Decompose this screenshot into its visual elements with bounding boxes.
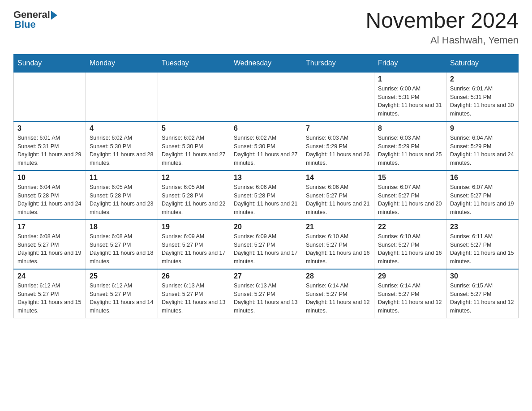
day-info: Sunrise: 6:12 AMSunset: 5:27 PMDaylight:… [90, 282, 154, 315]
day-number: 15 [378, 174, 442, 182]
logo-blue-text: Blue [14, 19, 36, 30]
day-info: Sunrise: 6:05 AMSunset: 5:28 PMDaylight:… [162, 183, 226, 217]
day-number: 5 [162, 124, 226, 133]
calendar-cell [86, 72, 158, 121]
day-info: Sunrise: 6:15 AMSunset: 5:27 PMDaylight:… [450, 282, 515, 315]
day-number: 13 [234, 174, 298, 182]
calendar-cell: 21Sunrise: 6:10 AMSunset: 5:27 PMDayligh… [302, 220, 374, 269]
calendar-cell: 5Sunrise: 6:02 AMSunset: 5:30 PMDaylight… [158, 121, 230, 171]
day-number: 3 [17, 124, 82, 133]
header-tuesday: Tuesday [158, 54, 230, 72]
calendar-cell: 9Sunrise: 6:04 AMSunset: 5:29 PMDaylight… [446, 121, 519, 171]
week-row-4: 17Sunrise: 6:08 AMSunset: 5:27 PMDayligh… [14, 220, 519, 269]
day-info: Sunrise: 6:01 AMSunset: 5:31 PMDaylight:… [450, 85, 515, 118]
day-number: 12 [162, 174, 226, 182]
day-info: Sunrise: 6:09 AMSunset: 5:27 PMDaylight:… [234, 232, 298, 266]
day-number: 1 [378, 75, 442, 83]
calendar-cell: 20Sunrise: 6:09 AMSunset: 5:27 PMDayligh… [230, 220, 302, 269]
day-number: 28 [306, 272, 370, 280]
day-number: 26 [162, 272, 226, 280]
header-saturday: Saturday [446, 54, 519, 72]
calendar-cell: 25Sunrise: 6:12 AMSunset: 5:27 PMDayligh… [86, 269, 158, 318]
calendar-cell: 17Sunrise: 6:08 AMSunset: 5:27 PMDayligh… [14, 220, 86, 269]
header-thursday: Thursday [302, 54, 374, 72]
day-info: Sunrise: 6:13 AMSunset: 5:27 PMDaylight:… [234, 282, 298, 315]
day-info: Sunrise: 6:14 AMSunset: 5:27 PMDaylight:… [378, 282, 442, 315]
day-number: 19 [162, 223, 226, 231]
day-info: Sunrise: 6:05 AMSunset: 5:28 PMDaylight:… [90, 183, 154, 217]
day-number: 21 [306, 223, 370, 231]
header-friday: Friday [374, 54, 446, 72]
week-row-3: 10Sunrise: 6:04 AMSunset: 5:28 PMDayligh… [14, 171, 519, 220]
calendar-title: November 2024 [365, 9, 519, 33]
calendar-subtitle: Al Hashwah, Yemen [365, 34, 519, 46]
day-number: 14 [306, 174, 370, 182]
day-info: Sunrise: 6:07 AMSunset: 5:27 PMDaylight:… [450, 183, 515, 217]
day-number: 11 [90, 174, 154, 182]
day-info: Sunrise: 6:03 AMSunset: 5:29 PMDaylight:… [306, 134, 370, 167]
calendar-cell: 26Sunrise: 6:13 AMSunset: 5:27 PMDayligh… [158, 269, 230, 318]
calendar-cell: 29Sunrise: 6:14 AMSunset: 5:27 PMDayligh… [374, 269, 446, 318]
calendar-cell: 13Sunrise: 6:06 AMSunset: 5:28 PMDayligh… [230, 171, 302, 220]
day-number: 6 [234, 124, 298, 133]
day-number: 24 [17, 272, 82, 280]
day-info: Sunrise: 6:03 AMSunset: 5:29 PMDaylight:… [378, 134, 442, 167]
calendar-cell [14, 72, 86, 121]
title-block: November 2024 Al Hashwah, Yemen [365, 9, 519, 46]
day-number: 18 [90, 223, 154, 231]
page-header: General Blue November 2024 Al Hashwah, Y… [13, 9, 519, 46]
calendar-cell: 4Sunrise: 6:02 AMSunset: 5:30 PMDaylight… [86, 121, 158, 171]
day-number: 29 [378, 272, 442, 280]
calendar-cell [158, 72, 230, 121]
calendar-cell: 22Sunrise: 6:10 AMSunset: 5:27 PMDayligh… [374, 220, 446, 269]
calendar-cell: 14Sunrise: 6:06 AMSunset: 5:27 PMDayligh… [302, 171, 374, 220]
day-number: 22 [378, 223, 442, 231]
day-info: Sunrise: 6:02 AMSunset: 5:30 PMDaylight:… [162, 134, 226, 167]
day-number: 30 [450, 272, 515, 280]
calendar-cell: 24Sunrise: 6:12 AMSunset: 5:27 PMDayligh… [14, 269, 86, 318]
day-number: 2 [450, 75, 515, 83]
calendar-cell: 11Sunrise: 6:05 AMSunset: 5:28 PMDayligh… [86, 171, 158, 220]
week-row-1: 1Sunrise: 6:00 AMSunset: 5:31 PMDaylight… [14, 72, 519, 121]
calendar-cell: 19Sunrise: 6:09 AMSunset: 5:27 PMDayligh… [158, 220, 230, 269]
day-info: Sunrise: 6:06 AMSunset: 5:27 PMDaylight:… [306, 183, 370, 217]
logo: General Blue [13, 9, 58, 30]
day-number: 16 [450, 174, 515, 182]
calendar-cell: 2Sunrise: 6:01 AMSunset: 5:31 PMDaylight… [446, 72, 519, 121]
day-info: Sunrise: 6:12 AMSunset: 5:27 PMDaylight:… [17, 282, 82, 315]
week-row-5: 24Sunrise: 6:12 AMSunset: 5:27 PMDayligh… [14, 269, 519, 318]
day-info: Sunrise: 6:09 AMSunset: 5:27 PMDaylight:… [162, 232, 226, 266]
day-number: 10 [17, 174, 82, 182]
day-number: 25 [90, 272, 154, 280]
calendar-cell: 3Sunrise: 6:01 AMSunset: 5:31 PMDaylight… [14, 121, 86, 171]
day-number: 4 [90, 124, 154, 133]
header-wednesday: Wednesday [230, 54, 302, 72]
calendar-cell: 18Sunrise: 6:08 AMSunset: 5:27 PMDayligh… [86, 220, 158, 269]
day-info: Sunrise: 6:11 AMSunset: 5:27 PMDaylight:… [450, 232, 515, 266]
calendar-cell: 30Sunrise: 6:15 AMSunset: 5:27 PMDayligh… [446, 269, 519, 318]
day-info: Sunrise: 6:07 AMSunset: 5:27 PMDaylight:… [378, 183, 442, 217]
day-info: Sunrise: 6:10 AMSunset: 5:27 PMDaylight:… [306, 232, 370, 266]
calendar-cell: 23Sunrise: 6:11 AMSunset: 5:27 PMDayligh… [446, 220, 519, 269]
calendar-cell: 16Sunrise: 6:07 AMSunset: 5:27 PMDayligh… [446, 171, 519, 220]
day-number: 27 [234, 272, 298, 280]
day-info: Sunrise: 6:04 AMSunset: 5:29 PMDaylight:… [450, 134, 515, 167]
day-info: Sunrise: 6:02 AMSunset: 5:30 PMDaylight:… [90, 134, 154, 167]
day-info: Sunrise: 6:08 AMSunset: 5:27 PMDaylight:… [90, 232, 154, 266]
day-info: Sunrise: 6:13 AMSunset: 5:27 PMDaylight:… [162, 282, 226, 315]
day-number: 17 [17, 223, 82, 231]
week-row-2: 3Sunrise: 6:01 AMSunset: 5:31 PMDaylight… [14, 121, 519, 171]
calendar-cell: 8Sunrise: 6:03 AMSunset: 5:29 PMDaylight… [374, 121, 446, 171]
calendar-cell: 28Sunrise: 6:14 AMSunset: 5:27 PMDayligh… [302, 269, 374, 318]
header-monday: Monday [86, 54, 158, 72]
calendar-cell: 10Sunrise: 6:04 AMSunset: 5:28 PMDayligh… [14, 171, 86, 220]
day-info: Sunrise: 6:02 AMSunset: 5:30 PMDaylight:… [234, 134, 298, 167]
calendar-header-row: SundayMondayTuesdayWednesdayThursdayFrid… [14, 54, 519, 72]
day-info: Sunrise: 6:14 AMSunset: 5:27 PMDaylight:… [306, 282, 370, 315]
day-number: 9 [450, 124, 515, 133]
calendar-cell: 12Sunrise: 6:05 AMSunset: 5:28 PMDayligh… [158, 171, 230, 220]
day-info: Sunrise: 6:10 AMSunset: 5:27 PMDaylight:… [378, 232, 442, 266]
day-number: 7 [306, 124, 370, 133]
day-info: Sunrise: 6:04 AMSunset: 5:28 PMDaylight:… [17, 183, 82, 217]
day-info: Sunrise: 6:08 AMSunset: 5:27 PMDaylight:… [17, 232, 82, 266]
